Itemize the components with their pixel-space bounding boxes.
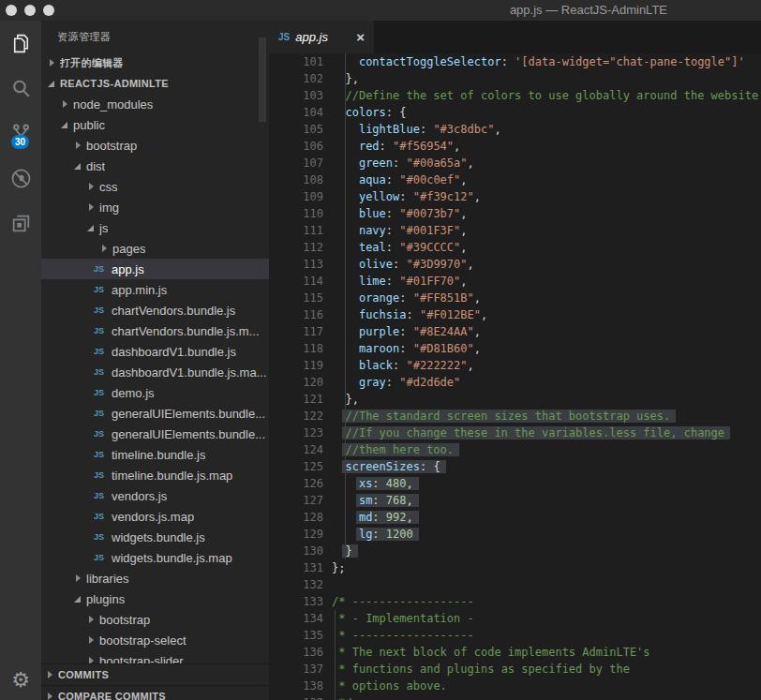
tree-item-pages[interactable]: pages	[41, 238, 269, 259]
code-line[interactable]: 127 sm: 768,	[269, 492, 761, 509]
zoom-window-button[interactable]	[43, 5, 54, 16]
gear-icon[interactable]: ⚙	[0, 666, 41, 694]
line-number[interactable]: 114	[269, 273, 323, 290]
tree-item-bootstrap[interactable]: bootstrap	[41, 609, 269, 630]
code-line[interactable]: 114 lime: "#01FF70",	[269, 273, 761, 290]
code-line[interactable]: 101 contactToggleSelector: '[data-widget…	[269, 53, 761, 70]
line-number[interactable]: 136	[269, 644, 323, 661]
tree-item-timeline.bundle.js.map[interactable]: JStimeline.bundle.js.map	[41, 465, 269, 485]
tree-item-node-modules[interactable]: node_modules	[41, 94, 269, 114]
tab-app-js[interactable]: JS app.js ×	[269, 21, 374, 53]
line-number[interactable]: 110	[269, 205, 323, 222]
tree-item-bootstrap[interactable]: bootstrap	[41, 135, 269, 156]
line-number[interactable]: 102	[269, 70, 323, 87]
line-number[interactable]: 120	[269, 374, 323, 391]
tree-item-vendors.js[interactable]: JSvendors.js	[41, 485, 269, 506]
code-line[interactable]: 130 }	[269, 543, 761, 559]
code-line[interactable]: 134 * - Implementation -	[269, 610, 761, 627]
code-line[interactable]: 137 * functions and plugins as specified…	[269, 661, 761, 678]
line-number[interactable]: 111	[269, 222, 323, 239]
code-line[interactable]: 136 * The next block of code implements …	[269, 644, 761, 661]
line-number[interactable]: 129	[269, 526, 323, 543]
tree-item-打开的编辑器[interactable]: 打开的编辑器	[41, 52, 269, 73]
code-line[interactable]: 117 purple: "#8E24AA",	[269, 323, 761, 340]
code-line[interactable]: 135 * ------------------	[269, 627, 761, 644]
code-line[interactable]: 133/* ------------------	[269, 593, 761, 610]
close-icon[interactable]: ×	[356, 30, 365, 44]
line-number[interactable]: 122	[269, 408, 323, 424]
line-number[interactable]: 118	[269, 340, 323, 357]
tree-item-css[interactable]: css	[41, 176, 269, 197]
line-number[interactable]: 131	[269, 559, 323, 576]
line-number[interactable]: 109	[269, 188, 323, 205]
line-number[interactable]: 115	[269, 290, 323, 306]
tree-item-widgets.bundle.js.map[interactable]: JSwidgets.bundle.js.map	[41, 547, 269, 568]
line-number[interactable]: 126	[269, 475, 323, 492]
line-number[interactable]: 104	[269, 104, 323, 121]
code-line[interactable]: 125 screenSizes: {	[269, 458, 761, 475]
code-line[interactable]: 112 teal: "#39CCCC",	[269, 239, 761, 256]
line-number[interactable]: 138	[269, 678, 323, 694]
code-line[interactable]: 108 aqua: "#00c0ef",	[269, 171, 761, 188]
code-line[interactable]: 123 //If you change these in the variabl…	[269, 424, 761, 441]
debug-icon[interactable]	[0, 156, 41, 201]
tree-item-bootstrap-slider[interactable]: bootstrap-slider	[41, 650, 269, 663]
line-number[interactable]: 116	[269, 306, 323, 323]
line-number[interactable]: 133	[269, 593, 323, 610]
code-line[interactable]: 126 xs: 480,	[269, 475, 761, 492]
tree-item-timeline.bundle.js[interactable]: JStimeline.bundle.js	[41, 444, 269, 465]
code-line[interactable]: 119 black: "#222222",	[269, 357, 761, 374]
line-number[interactable]: 101	[269, 53, 323, 70]
tree-item-app.min.js[interactable]: JSapp.min.js	[41, 279, 269, 300]
code-line[interactable]: 129 lg: 1200	[269, 526, 761, 543]
tree-item-chartvendors.bundle.js[interactable]: JSchartVendors.bundle.js	[41, 300, 269, 320]
line-number[interactable]: 103	[269, 87, 323, 104]
line-number[interactable]: 113	[269, 256, 323, 273]
tree-item-js[interactable]: js	[41, 217, 269, 238]
line-number[interactable]: 107	[269, 155, 323, 171]
line-number[interactable]: 125	[269, 458, 323, 475]
code-line[interactable]: 116 fuchsia: "#F012BE",	[269, 306, 761, 323]
extensions-icon[interactable]	[0, 201, 41, 246]
tree-item-libraries[interactable]: libraries	[41, 568, 269, 588]
line-number[interactable]: 128	[269, 509, 323, 526]
line-number[interactable]: 106	[269, 138, 323, 155]
code-line[interactable]: 132	[269, 576, 761, 593]
section-commits[interactable]: COMMITS	[41, 663, 269, 685]
code-line[interactable]: 102 },	[269, 70, 761, 87]
close-window-button[interactable]	[6, 5, 17, 16]
tree-item-demo.js[interactable]: JSdemo.js	[41, 382, 269, 403]
code-line[interactable]: 109 yellow: "#f39c12",	[269, 188, 761, 205]
code-line[interactable]: 124 //them here too.	[269, 441, 761, 458]
code-line[interactable]: 118 maroon: "#D81B60",	[269, 340, 761, 357]
tree-item-dashboardv1.bundle.js.ma...[interactable]: JSdashboardV1.bundle.js.ma...	[41, 362, 269, 382]
explorer-icon[interactable]	[0, 21, 41, 66]
code-line[interactable]: 120 gray: "#d2d6de"	[269, 374, 761, 391]
tree-item-vendors.js.map[interactable]: JSvendors.js.map	[41, 506, 269, 527]
line-number[interactable]: 105	[269, 121, 323, 138]
sidebar-scrollbar[interactable]	[259, 37, 266, 122]
line-number[interactable]: 130	[269, 543, 323, 559]
code-line[interactable]: 107 green: "#00a65a",	[269, 155, 761, 171]
tree-item-bootstrap-select[interactable]: bootstrap-select	[41, 630, 269, 650]
tree-item-img[interactable]: img	[41, 197, 269, 217]
line-number[interactable]: 139	[269, 694, 323, 700]
code-line[interactable]: 139 */	[269, 694, 761, 700]
code-line[interactable]: 113 olive: "#3D9970",	[269, 256, 761, 273]
tree-item-dist[interactable]: dist	[41, 156, 269, 176]
tree-item-reactjs-adminlte[interactable]: REACTJS-ADMINLTE	[41, 73, 269, 94]
code-line[interactable]: 131};	[269, 559, 761, 576]
code-line[interactable]: 111 navy: "#001F3F",	[269, 222, 761, 239]
code-line[interactable]: 115 orange: "#FF851B",	[269, 290, 761, 306]
tree-item-chartvendors.bundle.js.m...[interactable]: JSchartVendors.bundle.js.m...	[41, 320, 269, 341]
minimize-window-button[interactable]	[24, 5, 36, 16]
search-icon[interactable]	[0, 66, 41, 111]
line-number[interactable]: 121	[269, 391, 323, 408]
code-line[interactable]: 110 blue: "#0073b7",	[269, 205, 761, 222]
source-control-icon[interactable]: 30	[0, 111, 41, 156]
line-number[interactable]: 135	[269, 627, 323, 644]
line-number[interactable]: 123	[269, 424, 323, 441]
code-line[interactable]: 138 * options above.	[269, 678, 761, 694]
line-number[interactable]: 108	[269, 171, 323, 188]
line-number[interactable]: 127	[269, 492, 323, 509]
